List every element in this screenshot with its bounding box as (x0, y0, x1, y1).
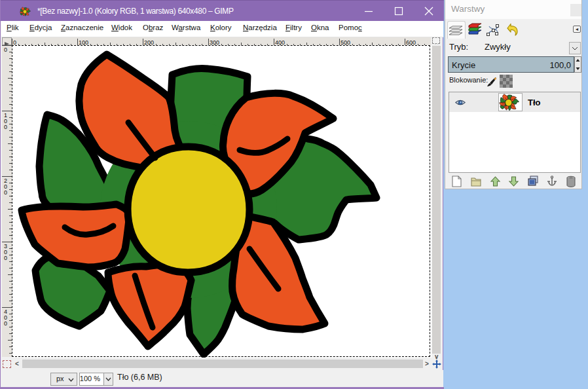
svg-text:0: 0 (4, 189, 7, 196)
svg-text:0: 0 (4, 46, 7, 53)
svg-text:0: 0 (4, 124, 7, 130)
svg-text:0: 0 (4, 255, 7, 261)
svg-text:0: 0 (4, 320, 7, 327)
